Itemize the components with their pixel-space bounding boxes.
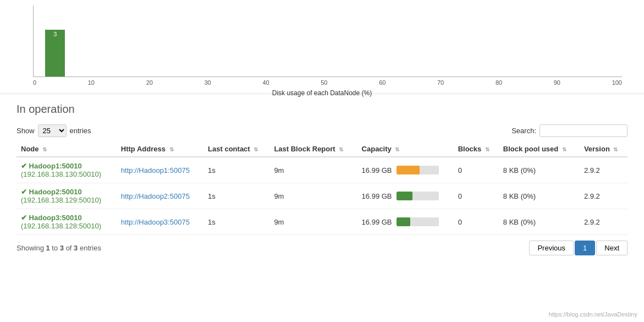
sort-block-icon: ⇅ bbox=[339, 146, 343, 152]
x-label-70: 70 bbox=[437, 79, 444, 86]
showing-to: 3 bbox=[60, 244, 64, 252]
http-link-0[interactable]: http://Hadoop1:50075 bbox=[121, 166, 190, 174]
node-link-1[interactable]: ✔ Hadoop2:50010 bbox=[21, 188, 82, 196]
show-entries-control: Show 25 50 100 entries bbox=[16, 124, 91, 137]
watermark: https://blog.csdn.net/JavaDestiny bbox=[549, 311, 637, 318]
capacity-bar-fill-2 bbox=[397, 217, 410, 226]
cell-version-0: 2.9.2 bbox=[580, 157, 628, 183]
cell-http-1: http://Hadoop2:50075 bbox=[117, 183, 203, 209]
cell-pool-0: 8 KB (0%) bbox=[499, 157, 580, 183]
bar-value: 3 bbox=[53, 30, 57, 37]
node-ip-0: (192.168.138.130:50010) bbox=[21, 170, 101, 178]
entries-label: entries bbox=[70, 127, 91, 135]
sort-blocks-icon: ⇅ bbox=[485, 146, 489, 152]
cell-blocks-0: 0 bbox=[454, 157, 499, 183]
table-wrapper: Node ⇅ Http Address ⇅ Last contact ⇅ Las… bbox=[0, 141, 644, 235]
page-1-button[interactable]: 1 bbox=[575, 241, 595, 255]
sort-version-icon: ⇅ bbox=[613, 146, 618, 152]
x-label-60: 60 bbox=[379, 79, 386, 86]
table-row: ✔ Hadoop2:50010 (192.168.138.129:50010) … bbox=[16, 183, 628, 209]
pagination-buttons: Previous 1 Next bbox=[529, 241, 628, 255]
search-input[interactable] bbox=[540, 124, 628, 137]
node-ip-1: (192.168.138.129:50010) bbox=[21, 196, 101, 204]
x-label-40: 40 bbox=[262, 79, 269, 86]
data-table: Node ⇅ Http Address ⇅ Last contact ⇅ Las… bbox=[16, 141, 628, 235]
table-row: ✔ Hadoop1:50010 (192.168.138.130:50010) … bbox=[16, 157, 628, 183]
cell-pool-2: 8 KB (0%) bbox=[499, 209, 580, 235]
http-link-2[interactable]: http://Hadoop3:50075 bbox=[121, 218, 190, 226]
search-label: Search: bbox=[511, 127, 536, 135]
sort-pool-icon: ⇅ bbox=[562, 146, 566, 152]
cell-node-2: ✔ Hadoop3:50010 (192.168.138.128:50010) bbox=[16, 209, 117, 235]
x-label-100: 100 bbox=[612, 79, 622, 86]
section-title: In operation bbox=[0, 94, 644, 120]
bar-node1: 3 bbox=[45, 30, 65, 77]
cell-capacity-0: 16.99 GB bbox=[357, 157, 454, 183]
capacity-bar-bg-2 bbox=[397, 217, 439, 226]
capacity-bar-fill-1 bbox=[397, 192, 412, 200]
x-axis: 0 10 20 30 40 50 60 70 80 90 100 bbox=[33, 79, 622, 86]
capacity-value-1: 16.99 GB bbox=[362, 192, 392, 200]
x-label-10: 10 bbox=[88, 79, 95, 86]
cell-node-1: ✔ Hadoop2:50010 (192.168.138.129:50010) bbox=[16, 183, 117, 209]
cell-capacity-1: 16.99 GB bbox=[357, 183, 454, 209]
chart-section: 3 0 10 20 30 40 50 60 70 80 90 100 Disk … bbox=[0, 0, 644, 94]
show-label: Show bbox=[16, 127, 35, 135]
previous-button[interactable]: Previous bbox=[529, 241, 574, 255]
x-label-90: 90 bbox=[554, 79, 560, 86]
http-link-1[interactable]: http://Hadoop2:50075 bbox=[121, 192, 190, 200]
showing-text: Showing 1 to 3 of 3 entries bbox=[16, 244, 101, 252]
node-link-2[interactable]: ✔ Hadoop3:50010 bbox=[21, 214, 82, 222]
cell-blocks-1: 0 bbox=[454, 183, 499, 209]
x-label-30: 30 bbox=[205, 79, 211, 86]
capacity-bar-bg-1 bbox=[397, 192, 439, 200]
table-header-row: Node ⇅ Http Address ⇅ Last contact ⇅ Las… bbox=[16, 141, 628, 157]
table-controls: Show 25 50 100 entries Search: bbox=[0, 120, 644, 141]
cell-block-report-2: 9m bbox=[269, 209, 357, 235]
showing-total: 3 bbox=[74, 244, 78, 252]
cell-capacity-2: 16.99 GB bbox=[357, 209, 454, 235]
capacity-bar-fill-0 bbox=[397, 166, 420, 174]
chart-title: Disk usage of each DataNode (%) bbox=[16, 89, 628, 97]
sort-capacity-icon: ⇅ bbox=[395, 146, 399, 152]
cell-blocks-2: 0 bbox=[454, 209, 499, 235]
col-node: Node ⇅ bbox=[16, 141, 117, 157]
cell-node-0: ✔ Hadoop1:50010 (192.168.138.130:50010) bbox=[16, 157, 117, 183]
search-box: Search: bbox=[511, 124, 628, 137]
cell-contact-1: 1s bbox=[203, 183, 269, 209]
sort-contact-icon: ⇅ bbox=[254, 146, 258, 152]
capacity-value-2: 16.99 GB bbox=[362, 218, 392, 226]
cell-version-1: 2.9.2 bbox=[580, 183, 628, 209]
cell-http-2: http://Hadoop3:50075 bbox=[117, 209, 203, 235]
x-label-20: 20 bbox=[146, 79, 153, 86]
sort-http-icon: ⇅ bbox=[169, 146, 174, 152]
col-blocks: Blocks ⇅ bbox=[454, 141, 499, 157]
cell-contact-0: 1s bbox=[203, 157, 269, 183]
col-version: Version ⇅ bbox=[580, 141, 628, 157]
showing-from: 1 bbox=[46, 244, 49, 252]
col-block-pool: Block pool used ⇅ bbox=[499, 141, 580, 157]
cell-http-0: http://Hadoop1:50075 bbox=[117, 157, 203, 183]
next-button[interactable]: Next bbox=[596, 241, 628, 255]
col-http: Http Address ⇅ bbox=[117, 141, 203, 157]
x-label-50: 50 bbox=[321, 79, 327, 86]
x-label-80: 80 bbox=[496, 79, 502, 86]
table-row: ✔ Hadoop3:50010 (192.168.138.128:50010) … bbox=[16, 209, 628, 235]
cell-contact-2: 1s bbox=[203, 209, 269, 235]
node-link-0[interactable]: ✔ Hadoop1:50010 bbox=[21, 162, 82, 170]
cell-block-report-0: 9m bbox=[269, 157, 357, 183]
sort-node-icon: ⇅ bbox=[42, 146, 47, 152]
pagination-section: Showing 1 to 3 of 3 entries Previous 1 N… bbox=[0, 235, 644, 261]
entries-select[interactable]: 25 50 100 bbox=[38, 124, 67, 137]
capacity-value-0: 16.99 GB bbox=[362, 166, 392, 174]
node-ip-2: (192.168.138.128:50010) bbox=[21, 222, 101, 230]
cell-pool-1: 8 KB (0%) bbox=[499, 183, 580, 209]
col-last-contact: Last contact ⇅ bbox=[203, 141, 269, 157]
capacity-bar-bg-0 bbox=[397, 166, 439, 174]
cell-version-2: 2.9.2 bbox=[580, 209, 628, 235]
col-capacity: Capacity ⇅ bbox=[357, 141, 454, 157]
cell-block-report-1: 9m bbox=[269, 183, 357, 209]
bar-chart: 3 bbox=[33, 6, 622, 77]
col-last-block: Last Block Report ⇅ bbox=[269, 141, 357, 157]
x-label-0: 0 bbox=[33, 79, 36, 86]
